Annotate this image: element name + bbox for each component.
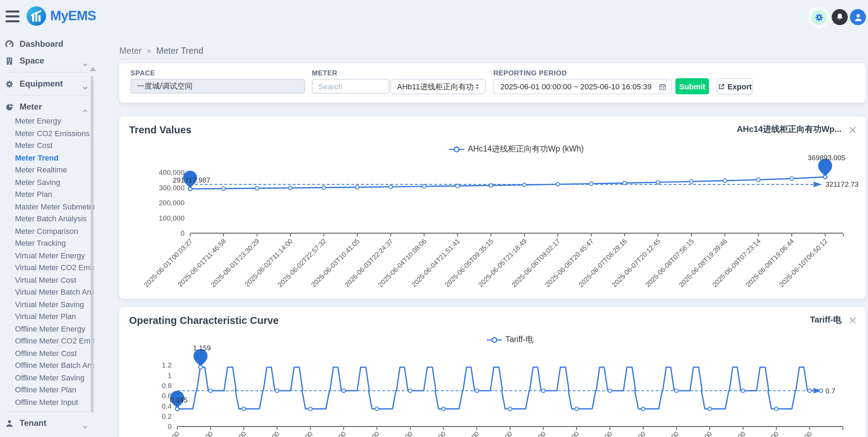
data-point-marker <box>523 183 526 186</box>
notifications-button[interactable] <box>832 9 848 25</box>
brand-name: MyEMS <box>50 8 96 24</box>
data-point-marker <box>575 407 578 410</box>
sidebar-item-offline-meter-co2-emissions[interactable]: Offline Meter CO2 Emissions <box>0 335 94 347</box>
average-arrow <box>814 182 822 187</box>
sidebar-item-virtual-meter-cost[interactable]: Virtual Meter Cost <box>0 274 94 286</box>
sidebar-item-meter-co2-emissions[interactable]: Meter CO2 Emissions <box>0 127 94 140</box>
svg-text:369893.005: 369893.005 <box>808 154 845 162</box>
data-point-marker <box>723 179 727 182</box>
sidebar-item-meter-comparison[interactable]: Meter Comparison <box>0 225 94 237</box>
data-point-marker <box>608 389 612 392</box>
breadcrumb-current: Meter Trend <box>156 46 203 55</box>
data-point-marker <box>675 389 678 392</box>
settings-button[interactable] <box>808 6 830 28</box>
sidebar-item-virtual-meter-energy[interactable]: Virtual Meter Energy <box>0 250 94 262</box>
brand-logo[interactable]: MyEMS <box>27 6 96 26</box>
sidebar-scroll-up-icon[interactable] <box>89 67 96 71</box>
reporting-period-input[interactable]: 2025-06-01 00:00:00 ~ 2025-06-10 16:05:3… <box>493 79 672 94</box>
sidebar-item-meter-trend[interactable]: Meter Trend <box>0 152 94 164</box>
data-point-marker <box>308 407 312 410</box>
meter-select-value: AHb11进线柜正向有功Wp <box>397 81 474 92</box>
data-point-marker <box>442 407 445 410</box>
meter-select[interactable]: AHb11进线柜正向有功Wp <box>390 79 486 94</box>
breadcrumb-parent[interactable]: Meter <box>119 46 142 55</box>
reporting-period-label: REPORTING PERIOD <box>493 69 567 77</box>
svg-text:291717.987: 291717.987 <box>173 176 210 184</box>
svg-text:0.8: 0.8 <box>162 382 172 390</box>
sidebar-item-offline-meter-saving[interactable]: Offline Meter Saving <box>0 372 94 384</box>
data-point-marker <box>775 407 778 410</box>
meter-pie-icon <box>5 102 14 111</box>
sidebar-item-meter-realtime[interactable]: Meter Realtime <box>0 164 94 176</box>
data-point-marker <box>342 389 345 392</box>
equipment-gear-icon <box>5 79 14 88</box>
space-input[interactable] <box>130 79 305 94</box>
data-point-marker <box>541 389 545 392</box>
sidebar-item-meter-energy[interactable]: Meter Energy <box>0 115 94 127</box>
breadcrumb-separator: » <box>147 46 151 55</box>
select-arrows-icon <box>474 82 481 91</box>
sidebar-item-equipment[interactable]: Equipment <box>0 75 94 92</box>
data-point-marker <box>819 389 823 392</box>
occ-card: Operating Characteristic Curve Tariff-电 … <box>119 307 866 437</box>
data-point-marker <box>756 178 760 182</box>
top-bar: MyEMS <box>0 0 868 33</box>
data-point-marker <box>389 185 392 188</box>
data-point-marker <box>209 389 212 392</box>
sidebar-item-master-meter-submeters-balance[interactable]: Master Meter Submeters Balance <box>0 201 94 213</box>
meter-search-input[interactable] <box>312 79 389 94</box>
submit-button[interactable]: Submit <box>675 78 709 94</box>
sidebar-item-virtual-meter-plan[interactable]: Virtual Meter Plan <box>0 311 94 323</box>
sidebar-item-meter[interactable]: Meter <box>0 98 94 115</box>
chevron-down-icon <box>82 58 88 71</box>
svg-text:0.345: 0.345 <box>170 396 187 404</box>
sidebar-item-virtual-meter-batch-analysis[interactable]: Virtual Meter Batch Analysis <box>0 286 94 298</box>
data-point-marker <box>422 185 426 188</box>
sidebar-scrollbar[interactable] <box>91 76 93 413</box>
trend-values-card: Trend Values AHc14进线柜正向有功Wp... AHc14进线柜正… <box>119 117 866 299</box>
data-point-marker <box>790 177 793 180</box>
data-point-marker <box>556 183 560 186</box>
data-point-marker <box>322 186 326 189</box>
data-point-marker <box>808 389 811 392</box>
svg-text:0: 0 <box>168 423 172 430</box>
chevron-up-icon <box>82 104 88 117</box>
hamburger-menu-icon[interactable] <box>6 10 20 22</box>
svg-text:0.2: 0.2 <box>162 413 172 420</box>
breadcrumb: Meter » Meter Trend <box>119 43 866 59</box>
sidebar-item-tenant[interactable]: Tenant <box>0 415 94 431</box>
user-menu-button[interactable] <box>850 9 866 25</box>
svg-text:400,000: 400,000 <box>159 169 185 176</box>
data-point-marker <box>375 407 379 410</box>
sidebar-item-offline-meter-energy[interactable]: Offline Meter Energy <box>0 323 94 335</box>
gauge-icon <box>5 39 14 49</box>
data-point-marker <box>708 407 711 410</box>
data-point-marker <box>222 187 225 190</box>
data-point-marker <box>508 407 512 410</box>
reporting-period-value: 2025-06-01 00:00:00 ~ 2025-06-10 16:05:3… <box>500 82 659 91</box>
svg-text:321172.73: 321172.73 <box>825 180 859 188</box>
sidebar-item-meter-tracking[interactable]: Meter Tracking <box>0 237 94 250</box>
svg-text:100,000: 100,000 <box>159 214 185 222</box>
sidebar-item-dashboard[interactable]: Dashboard <box>0 36 94 52</box>
sidebar-item-meter-cost[interactable]: Meter Cost <box>0 140 94 152</box>
sidebar-item-virtual-meter-co2-emissions[interactable]: Virtual Meter CO2 Emissions <box>0 262 94 274</box>
sidebar-divider <box>6 95 89 96</box>
sidebar-item-meter-plan[interactable]: Meter Plan <box>0 188 94 201</box>
sidebar-item-label: Meter <box>20 102 42 112</box>
sidebar-item-space[interactable]: Space <box>0 52 94 69</box>
svg-text:1.159: 1.159 <box>193 344 211 352</box>
sidebar-item-virtual-meter-saving[interactable]: Virtual Meter Saving <box>0 298 94 311</box>
data-point-marker <box>589 182 593 185</box>
data-point-marker <box>741 389 745 392</box>
sidebar-item-offline-meter-plan[interactable]: Offline Meter Plan <box>0 384 94 396</box>
top-actions <box>808 6 866 28</box>
export-button[interactable]: Export <box>717 78 753 94</box>
sidebar-item-offline-meter-input[interactable]: Offline Meter Input <box>0 396 94 408</box>
data-point-marker <box>242 407 246 410</box>
sidebar-item-meter-batch-analysis[interactable]: Meter Batch Analysis <box>0 213 94 225</box>
sidebar-item-offline-meter-batch-analysis[interactable]: Offline Meter Batch Analysis <box>0 360 94 372</box>
data-point-marker <box>456 184 459 187</box>
sidebar-item-meter-saving[interactable]: Meter Saving <box>0 176 94 188</box>
sidebar-item-offline-meter-cost[interactable]: Offline Meter Cost <box>0 347 94 360</box>
